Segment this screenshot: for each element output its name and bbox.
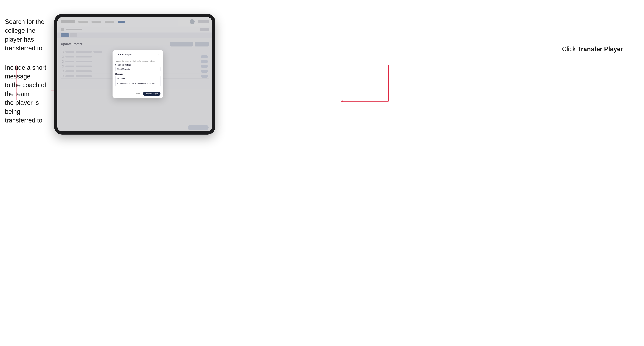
message-label: Message: [115, 73, 160, 75]
modal-subtitle: Transfer the player and their profile to…: [115, 60, 160, 62]
annotation-search-text: Search for the college the player has tr…: [5, 17, 54, 53]
annotation-left: Search for the college the player has tr…: [5, 17, 54, 135]
modal-body: Transfer the player and their profile to…: [112, 58, 163, 90]
tablet-device: Update Roster: [54, 14, 215, 135]
annotation-right: Click Transfer Player: [562, 45, 623, 53]
annotation-transfer-bold: Transfer Player: [578, 45, 623, 53]
transfer-player-modal: Transfer Player × Transfer the player an…: [112, 50, 163, 98]
message-textarea[interactable]: Hi Coach, I understand Chris Robertson h…: [115, 76, 160, 86]
modal-overlay: Transfer Player × Transfer the player an…: [58, 17, 212, 131]
transfer-player-button[interactable]: Transfer Player: [143, 92, 160, 96]
svg-marker-6: [341, 100, 343, 102]
modal-title: Transfer Player: [115, 53, 132, 56]
modal-close-button[interactable]: ×: [157, 53, 160, 56]
tablet-screen: Update Roster: [58, 17, 212, 131]
college-search-input[interactable]: [115, 67, 160, 71]
annotation-message-text: Include a short message to the coach of …: [5, 63, 54, 125]
modal-header: Transfer Player ×: [112, 50, 163, 58]
cancel-button[interactable]: Cancel: [133, 92, 142, 96]
modal-footer: Cancel Transfer Player: [112, 90, 163, 98]
college-label: Search for College: [115, 64, 160, 66]
